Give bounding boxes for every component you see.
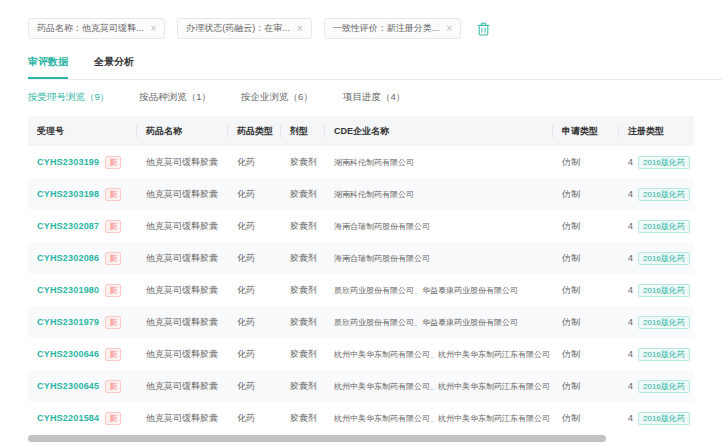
acceptance-number-link[interactable]: CYHS2300645 xyxy=(37,381,99,391)
dosage-form-cell: 胶囊剂 xyxy=(281,380,325,393)
acceptance-number-link[interactable]: CYHS2300646 xyxy=(37,349,99,359)
dosage-form-cell: 胶囊剂 xyxy=(281,220,325,233)
drug-name-cell: 他克莫司缓释胶囊 xyxy=(137,220,228,233)
registration-class: 4 xyxy=(628,317,633,327)
filter-tag-label: 药品名称：他克莫司缓释... xyxy=(37,22,144,35)
close-icon[interactable]: × xyxy=(446,24,452,34)
application-type-cell: 仿制 xyxy=(553,188,619,201)
acceptance-number-link[interactable]: CYHS2201584 xyxy=(37,413,99,423)
filter-tag-label: 办理状态(药融云)：在审... xyxy=(186,22,290,35)
clear-filters-button[interactable] xyxy=(477,22,490,36)
table-row: CYHS2300645 新 他克莫司缓释胶囊 化药 胶囊剂 杭州中美华东制药有限… xyxy=(28,370,694,402)
registration-class: 4 xyxy=(628,253,633,263)
dosage-form-cell: 胶囊剂 xyxy=(281,316,325,329)
drug-name-cell: 他克莫司缓释胶囊 xyxy=(137,188,228,201)
trash-icon xyxy=(477,22,490,36)
drug-type-cell: 化药 xyxy=(228,348,281,361)
drug-type-cell: 化药 xyxy=(228,380,281,393)
close-icon[interactable]: × xyxy=(297,24,303,34)
application-type-cell: 仿制 xyxy=(553,348,619,361)
acceptance-number-link[interactable]: CYHS2302086 xyxy=(37,253,99,263)
subtab-by-variety[interactable]: 按品种浏览（1） xyxy=(139,91,211,104)
application-type-cell: 仿制 xyxy=(553,380,619,393)
company-cell: 杭州中美华东制药有限公司、杭州中美华东制药江东有限公司 xyxy=(325,381,553,392)
table-row: CYHS2301980 新 他克莫司缓释胶囊 化药 胶囊剂 辰欣药业股份有限公司… xyxy=(28,274,694,306)
subtab-by-company[interactable]: 按企业浏览（6） xyxy=(241,91,313,104)
company-cell: 杭州中美华东制药有限公司、杭州中美华东制药江东有限公司 xyxy=(325,413,553,424)
new-badge: 新 xyxy=(105,252,121,265)
page: 药品名称：他克莫司缓释... × 办理状态(药融云)：在审... × 一致性评价… xyxy=(0,0,722,445)
acceptance-number-link[interactable]: CYHS2302087 xyxy=(37,221,99,231)
application-type-cell: 仿制 xyxy=(553,156,619,169)
registration-type-badge: 2016版化药 xyxy=(638,348,690,361)
results-table: 受理号 药品名称 药品类型 剂型 CDE企业名称 申请类型 注册类型 CYHS2… xyxy=(28,116,694,434)
company-cell: 辰欣药业股份有限公司、华益泰康药业股份有限公司 xyxy=(325,317,553,328)
drug-type-cell: 化药 xyxy=(228,252,281,265)
new-badge: 新 xyxy=(105,412,121,425)
filter-tag-status: 办理状态(药融云)：在审... × xyxy=(177,18,311,39)
dosage-form-cell: 胶囊剂 xyxy=(281,412,325,425)
subtab-project-progress[interactable]: 项目进度（4） xyxy=(343,91,405,104)
registration-class: 4 xyxy=(628,381,633,391)
tab-review-data[interactable]: 审评数据 xyxy=(28,55,68,79)
table-body: CYHS2303199 新 他克莫司缓释胶囊 化药 胶囊剂 湖南科伦制药有限公司… xyxy=(28,146,694,434)
registration-type-badge: 2016版化药 xyxy=(638,156,690,169)
table-row: CYHS2300646 新 他克莫司缓释胶囊 化药 胶囊剂 杭州中美华东制药有限… xyxy=(28,338,694,370)
filter-tag-label: 一致性评价：新注册分类... xyxy=(333,22,440,35)
company-cell: 海南合瑞制药股份有限公司 xyxy=(325,221,553,232)
filter-tag-consistency: 一致性评价：新注册分类... × xyxy=(324,18,461,39)
acceptance-number-link[interactable]: CYHS2303199 xyxy=(37,157,99,167)
company-cell: 湖南科伦制药有限公司 xyxy=(325,157,553,168)
drug-type-cell: 化药 xyxy=(228,220,281,233)
new-badge: 新 xyxy=(105,220,121,233)
drug-name-cell: 他克莫司缓释胶囊 xyxy=(137,252,228,265)
registration-type-badge: 2016版化药 xyxy=(638,316,690,329)
dosage-form-cell: 胶囊剂 xyxy=(281,284,325,297)
registration-type-badge: 2016版化药 xyxy=(638,412,690,425)
column-header-drug-name: 药品名称 xyxy=(137,125,228,138)
acceptance-number-link[interactable]: CYHS2301979 xyxy=(37,317,99,327)
new-badge: 新 xyxy=(105,156,121,169)
horizontal-scrollbar-thumb[interactable] xyxy=(28,435,606,442)
column-header-application-type: 申请类型 xyxy=(553,125,619,138)
drug-type-cell: 化药 xyxy=(228,412,281,425)
drug-type-cell: 化药 xyxy=(228,316,281,329)
drug-name-cell: 他克莫司缓释胶囊 xyxy=(137,380,228,393)
table-row: CYHS2301979 新 他克莫司缓释胶囊 化药 胶囊剂 辰欣药业股份有限公司… xyxy=(28,306,694,338)
application-type-cell: 仿制 xyxy=(553,220,619,233)
drug-name-cell: 他克莫司缓释胶囊 xyxy=(137,412,228,425)
registration-class: 4 xyxy=(628,221,633,231)
registration-type-badge: 2016版化药 xyxy=(638,252,690,265)
sub-tabs: 按受理号浏览（9） 按品种浏览（1） 按企业浏览（6） 项目进度（4） xyxy=(28,91,722,104)
filter-tag-drug-name: 药品名称：他克莫司缓释... × xyxy=(28,18,165,39)
company-cell: 海南合瑞制药股份有限公司 xyxy=(325,253,553,264)
subtab-by-acceptance-number[interactable]: 按受理号浏览（9） xyxy=(28,91,109,104)
registration-type-badge: 2016版化药 xyxy=(638,188,690,201)
company-cell: 湖南科伦制药有限公司 xyxy=(325,189,553,200)
company-cell: 杭州中美华东制药有限公司、杭州中美华东制药江东有限公司 xyxy=(325,349,553,360)
registration-class: 4 xyxy=(628,349,633,359)
acceptance-number-link[interactable]: CYHS2303198 xyxy=(37,189,99,199)
drug-type-cell: 化药 xyxy=(228,188,281,201)
column-header-cde-company: CDE企业名称 xyxy=(325,125,553,138)
registration-type-badge: 2016版化药 xyxy=(638,284,690,297)
table-row: CYHS2302086 新 他克莫司缓释胶囊 化药 胶囊剂 海南合瑞制药股份有限… xyxy=(28,242,694,274)
new-badge: 新 xyxy=(105,316,121,329)
tab-panorama-analysis[interactable]: 全景分析 xyxy=(94,55,134,79)
table-row: CYHS2303198 新 他克莫司缓释胶囊 化药 胶囊剂 湖南科伦制药有限公司… xyxy=(28,178,694,210)
close-icon[interactable]: × xyxy=(151,24,157,34)
new-badge: 新 xyxy=(105,380,121,393)
table-row: CYHS2303199 新 他克莫司缓释胶囊 化药 胶囊剂 湖南科伦制药有限公司… xyxy=(28,146,694,178)
dosage-form-cell: 胶囊剂 xyxy=(281,188,325,201)
new-badge: 新 xyxy=(105,188,121,201)
horizontal-scrollbar-track xyxy=(28,435,694,442)
new-badge: 新 xyxy=(105,284,121,297)
drug-type-cell: 化药 xyxy=(228,284,281,297)
registration-class: 4 xyxy=(628,157,633,167)
dosage-form-cell: 胶囊剂 xyxy=(281,156,325,169)
acceptance-number-link[interactable]: CYHS2301980 xyxy=(37,285,99,295)
column-header-acceptance-number: 受理号 xyxy=(28,125,137,138)
drug-name-cell: 他克莫司缓释胶囊 xyxy=(137,348,228,361)
drug-name-cell: 他克莫司缓释胶囊 xyxy=(137,316,228,329)
drug-name-cell: 他克莫司缓释胶囊 xyxy=(137,156,228,169)
